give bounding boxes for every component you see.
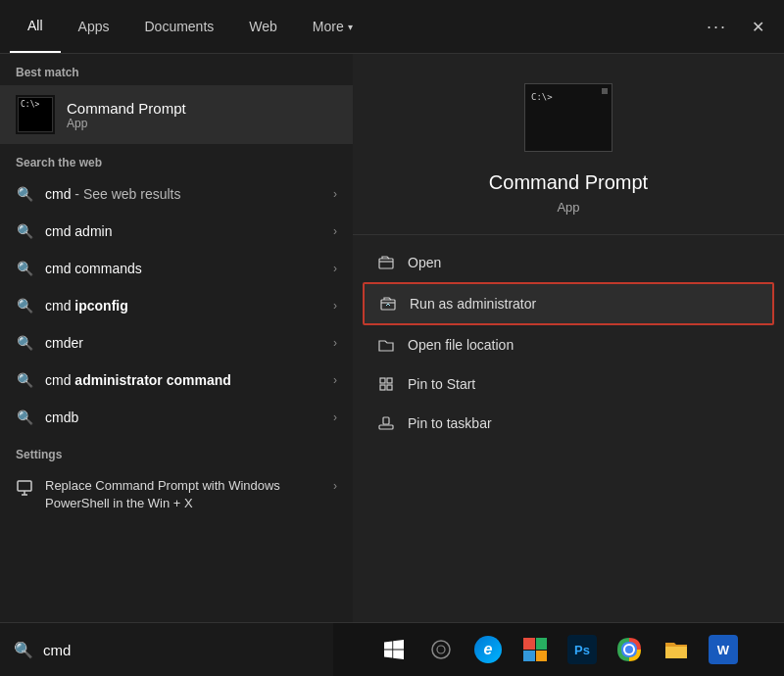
search-field: 🔍 bbox=[0, 623, 333, 676]
web-section-label: Search the web bbox=[0, 144, 353, 175]
chevron-down-icon: ▾ bbox=[348, 22, 353, 32]
app-preview-icon bbox=[524, 83, 612, 152]
chevron-right-icon: › bbox=[333, 410, 337, 424]
tablet-icon[interactable] bbox=[425, 634, 457, 665]
search-icon: 🔍 bbox=[16, 371, 33, 389]
svg-rect-9 bbox=[379, 425, 393, 429]
edge-icon[interactable]: e bbox=[472, 634, 504, 665]
settings-item[interactable]: Replace Command Prompt with Windows Powe… bbox=[0, 467, 353, 522]
word-app-icon: W bbox=[709, 635, 738, 664]
result-text: cmd commands bbox=[45, 261, 333, 276]
context-menu: Open Run as administrator bbox=[353, 243, 784, 443]
list-item[interactable]: 🔍 cmder › bbox=[0, 324, 353, 362]
tab-apps[interactable]: Apps bbox=[61, 0, 127, 53]
chrome-icon[interactable] bbox=[613, 634, 645, 665]
svg-point-12 bbox=[437, 646, 445, 653]
chevron-right-icon: › bbox=[333, 336, 337, 350]
nav-bar: All Apps Documents Web More ▾ ··· ✕ bbox=[0, 0, 784, 54]
photoshop-icon[interactable]: Ps bbox=[566, 634, 598, 665]
best-match-title: Command Prompt bbox=[67, 100, 186, 117]
search-icon: 🔍 bbox=[16, 297, 33, 314]
pin-taskbar-icon bbox=[376, 413, 396, 433]
svg-rect-8 bbox=[387, 385, 392, 390]
word-icon[interactable]: W bbox=[708, 634, 739, 665]
chevron-right-icon: › bbox=[333, 262, 337, 275]
result-text: cmd ipconfig bbox=[45, 298, 333, 314]
tab-all[interactable]: All bbox=[10, 0, 61, 53]
pin-start-icon bbox=[376, 374, 396, 394]
pin-start-label: Pin to Start bbox=[408, 376, 475, 392]
list-item[interactable]: 🔍 cmd ipconfig › bbox=[0, 287, 353, 324]
context-pin-start[interactable]: Pin to Start bbox=[363, 364, 774, 404]
windows-logo-icon[interactable] bbox=[378, 634, 410, 665]
settings-label: Settings bbox=[0, 436, 353, 467]
corner-decoration bbox=[602, 88, 608, 94]
run-admin-label: Run as administrator bbox=[410, 296, 536, 312]
svg-point-11 bbox=[432, 641, 450, 658]
tab-documents[interactable]: Documents bbox=[126, 0, 231, 53]
start-menu: All Apps Documents Web More ▾ ··· ✕ Best… bbox=[0, 0, 784, 676]
app-preview-title: Command Prompt bbox=[489, 171, 648, 194]
more-options-button[interactable]: ··· bbox=[702, 12, 732, 42]
result-text: cmd - See web results bbox=[45, 186, 333, 202]
search-icon: 🔍 bbox=[16, 222, 33, 240]
taskbar-right: e Ps bbox=[333, 634, 784, 665]
list-item[interactable]: 🔍 cmd admin › bbox=[0, 213, 353, 250]
tab-more[interactable]: More ▾ bbox=[295, 0, 370, 53]
settings-text: Replace Command Prompt with Windows Powe… bbox=[45, 477, 333, 512]
search-icon: 🔍 bbox=[16, 409, 33, 426]
list-item[interactable]: 🔍 cmdb › bbox=[0, 399, 353, 436]
svg-rect-0 bbox=[18, 481, 31, 491]
tab-web[interactable]: Web bbox=[231, 0, 295, 53]
result-text: cmd admin bbox=[45, 223, 333, 239]
chevron-right-icon: › bbox=[333, 187, 337, 201]
files-icon[interactable] bbox=[661, 634, 692, 665]
search-icon: 🔍 bbox=[16, 334, 33, 352]
best-match-item[interactable]: Command Prompt App bbox=[0, 85, 353, 144]
list-item[interactable]: 🔍 cmd - See web results › bbox=[0, 175, 353, 213]
chevron-right-icon: › bbox=[333, 299, 337, 313]
result-text: cmder bbox=[45, 335, 333, 351]
admin-icon bbox=[378, 294, 398, 314]
bottom-bar: 🔍 e bbox=[0, 622, 784, 676]
best-match-label: Best match bbox=[0, 54, 353, 85]
search-input[interactable] bbox=[43, 642, 319, 658]
context-open-file-location[interactable]: Open file location bbox=[363, 325, 774, 364]
open-icon bbox=[376, 253, 396, 272]
svg-rect-7 bbox=[380, 385, 385, 390]
best-match-info: Command Prompt App bbox=[67, 100, 186, 130]
best-match-subtitle: App bbox=[67, 117, 186, 130]
list-item[interactable]: 🔍 cmd administrator command › bbox=[0, 362, 353, 399]
cmd-icon bbox=[18, 97, 53, 132]
search-icon-bottom: 🔍 bbox=[14, 641, 33, 659]
msstore-icon[interactable] bbox=[519, 634, 551, 665]
list-item[interactable]: 🔍 cmd commands › bbox=[0, 250, 353, 287]
chevron-right-icon: › bbox=[333, 373, 337, 387]
grid-icon bbox=[523, 638, 547, 661]
context-run-admin[interactable]: Run as administrator bbox=[363, 282, 774, 325]
search-icon: 🔍 bbox=[16, 185, 33, 203]
result-text: cmd administrator command bbox=[45, 372, 333, 388]
search-icon: 🔍 bbox=[16, 260, 33, 277]
svg-rect-4 bbox=[381, 300, 395, 310]
svg-rect-5 bbox=[380, 378, 385, 383]
nav-tabs: All Apps Documents Web More ▾ bbox=[10, 0, 370, 53]
open-label: Open bbox=[408, 255, 441, 270]
content-area: Best match Command Prompt App Search the… bbox=[0, 54, 784, 622]
app-icon-large bbox=[16, 95, 55, 134]
context-open[interactable]: Open bbox=[363, 243, 774, 282]
svg-point-15 bbox=[625, 646, 633, 653]
left-panel: Best match Command Prompt App Search the… bbox=[0, 54, 353, 622]
nav-controls: ··· ✕ bbox=[702, 12, 774, 42]
right-panel: Command Prompt App Open bbox=[353, 54, 784, 622]
open-file-location-label: Open file location bbox=[408, 337, 514, 353]
result-text: cmdb bbox=[45, 410, 333, 425]
close-button[interactable]: ✕ bbox=[742, 13, 774, 41]
svg-rect-10 bbox=[383, 417, 389, 424]
context-pin-taskbar[interactable]: Pin to taskbar bbox=[363, 404, 774, 443]
chevron-right-icon: › bbox=[333, 224, 337, 238]
svg-rect-3 bbox=[379, 259, 393, 268]
ps-icon: Ps bbox=[567, 635, 597, 664]
monitor-icon bbox=[16, 479, 33, 497]
svg-rect-6 bbox=[387, 378, 392, 383]
